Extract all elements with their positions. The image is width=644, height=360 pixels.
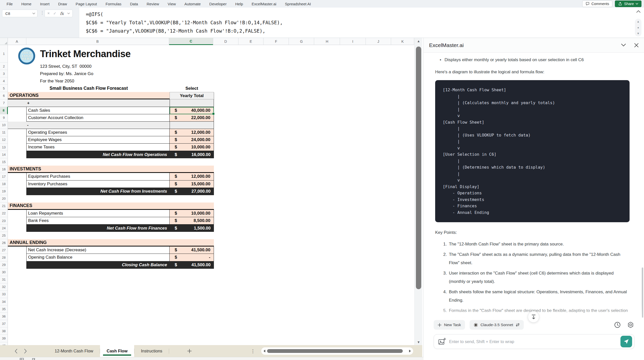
cell-a27[interactable] <box>8 246 26 254</box>
column-header-b[interactable]: B <box>26 38 169 45</box>
cell-b19[interactable]: Net Cash Flow from Investments <box>26 188 170 195</box>
row-header-19[interactable]: 19 <box>0 188 8 195</box>
cell-c38[interactable] <box>170 327 214 335</box>
cell-c29[interactable]: $41,500.00 <box>170 261 214 269</box>
cell-b15[interactable] <box>26 158 170 166</box>
row-header-9[interactable]: 9 <box>0 114 8 122</box>
column-header-g[interactable]: G <box>289 38 314 45</box>
horizontal-scroll-thumb[interactable] <box>267 349 403 353</box>
menu-item-insert[interactable]: Insert <box>40 2 50 6</box>
row-header-21[interactable]: 21 <box>0 202 8 210</box>
cell-b12[interactable]: Employee Wages <box>26 136 170 144</box>
formula-bar-scrollbar[interactable]: ▲ ● ▼ <box>635 19 641 36</box>
cell-c20[interactable] <box>170 195 214 202</box>
cell-a38[interactable] <box>8 327 26 335</box>
column-header-f[interactable]: F <box>264 38 289 45</box>
scroll-up-icon[interactable]: ▲ <box>637 20 640 23</box>
scroll-down-icon[interactable]: ▼ <box>415 340 422 344</box>
settings-icon[interactable] <box>627 322 634 328</box>
cell-b18[interactable]: Inventory Purchases <box>26 181 170 188</box>
cell-c28[interactable]: $- <box>170 254 214 261</box>
grid-vertical-scrollbar[interactable]: ▲ ▼ <box>414 38 422 345</box>
cell-b7[interactable]: + <box>8 99 170 107</box>
scroll-up-icon[interactable]: ▲ <box>415 39 422 43</box>
cell-b22[interactable]: Loan Repayments <box>26 210 170 217</box>
row-header-18[interactable]: 18 <box>0 181 8 188</box>
menu-item-view[interactable]: View <box>168 2 176 6</box>
row-header-13[interactable]: 13 <box>0 144 8 151</box>
cell-c25[interactable] <box>170 232 214 239</box>
cell-c10[interactable] <box>170 122 214 129</box>
vertical-scroll-thumb[interactable] <box>416 47 421 289</box>
column-header-k[interactable]: K <box>391 38 414 45</box>
cell-b34[interactable] <box>26 298 170 305</box>
scroll-to-bottom-button[interactable] <box>528 311 539 323</box>
row-header-3[interactable]: 3 <box>0 70 8 77</box>
select-all-corner[interactable] <box>0 38 8 45</box>
cell-c16[interactable] <box>170 166 214 173</box>
cell-b39[interactable] <box>26 335 170 342</box>
cell-b21[interactable]: FINANCES <box>8 202 170 210</box>
cell-a34[interactable] <box>8 298 26 305</box>
cell-b13[interactable]: Income Taxes <box>26 144 170 151</box>
cell-c31[interactable] <box>170 276 214 283</box>
cell-a23[interactable] <box>8 217 26 224</box>
row-header-24[interactable]: 24 <box>0 224 8 232</box>
cell-b5[interactable]: Small Business Cash Flow Foreacast <box>8 85 170 92</box>
collapse-panel-icon[interactable] <box>621 44 626 47</box>
row-header-23[interactable]: 23 <box>0 217 8 224</box>
menu-item-automate[interactable]: Automate <box>185 2 201 6</box>
row-header-5[interactable]: 5 <box>0 85 8 92</box>
send-button[interactable] <box>620 336 632 347</box>
scroll-left-icon[interactable] <box>263 350 266 352</box>
row-header-26[interactable]: 26 <box>0 239 8 246</box>
chat-input[interactable] <box>449 339 620 344</box>
row-header-16[interactable]: 16 <box>0 166 8 173</box>
cell-c26[interactable] <box>170 239 214 246</box>
cell-b30[interactable] <box>26 269 170 276</box>
row-header-27[interactable]: 27 <box>0 246 8 254</box>
previous-sheet-icon[interactable] <box>15 349 17 353</box>
close-icon[interactable] <box>634 43 638 47</box>
row-header-30[interactable]: 30 <box>0 269 8 276</box>
row-header-2[interactable]: 2 <box>0 63 8 70</box>
row-header-7[interactable]: 7 <box>0 99 8 107</box>
cell-c12[interactable]: $24,000.00 <box>170 136 214 144</box>
accessibility-flag-icon[interactable] <box>32 358 35 360</box>
row-header-38[interactable]: 38 <box>0 327 8 335</box>
cancel-icon[interactable]: × <box>47 11 50 16</box>
row-header-40[interactable]: 40 <box>0 342 8 345</box>
menu-item-data[interactable]: Data <box>130 2 138 6</box>
cell-c8[interactable]: $40,000.00 <box>170 107 214 114</box>
cell-b11[interactable]: Operating Expenses <box>26 129 170 136</box>
cell-c11[interactable]: $12,000.00 <box>170 129 214 136</box>
menu-item-draw[interactable]: Draw <box>58 2 67 6</box>
cell-c23[interactable]: $8,500.00 <box>170 217 214 224</box>
collapse-formula-bar-icon[interactable] <box>636 10 640 13</box>
cell-b9[interactable]: Customer Account Collection <box>26 114 170 122</box>
sheet-tab-instructions[interactable]: Instructions <box>134 345 169 357</box>
cell-b2[interactable]: 123 Street, City, ST 00000 <box>8 63 170 70</box>
row-header-39[interactable]: 39 <box>0 335 8 342</box>
row-header-35[interactable]: 35 <box>0 305 8 313</box>
row-header-15[interactable]: 15 <box>0 158 8 166</box>
cell-b6[interactable]: OPERATIONS <box>8 92 170 99</box>
cell-c22[interactable]: $10,000.00 <box>170 210 214 217</box>
cell-b35[interactable] <box>26 305 170 313</box>
formula-bar-handle[interactable]: ⋮ <box>40 10 44 15</box>
cell-a39[interactable] <box>8 335 26 342</box>
cell-c21[interactable] <box>170 202 214 210</box>
cell-c35[interactable] <box>170 305 214 313</box>
cell-a37[interactable] <box>8 320 26 327</box>
cell-a33[interactable] <box>8 291 26 298</box>
cell-b17[interactable]: Equipment Purchases <box>26 173 170 180</box>
row-header-29[interactable]: 29 <box>0 261 8 269</box>
cell-b25[interactable] <box>26 232 170 239</box>
cell-b32[interactable] <box>26 283 170 291</box>
cell-c30[interactable] <box>170 269 214 276</box>
cell-c39[interactable] <box>170 335 214 342</box>
new-task-button[interactable]: New Task <box>434 320 465 330</box>
add-image-icon[interactable] <box>438 338 446 346</box>
cell-b24[interactable]: Net Cash Flow from Finances <box>26 224 170 232</box>
cell-a11[interactable] <box>8 129 26 136</box>
